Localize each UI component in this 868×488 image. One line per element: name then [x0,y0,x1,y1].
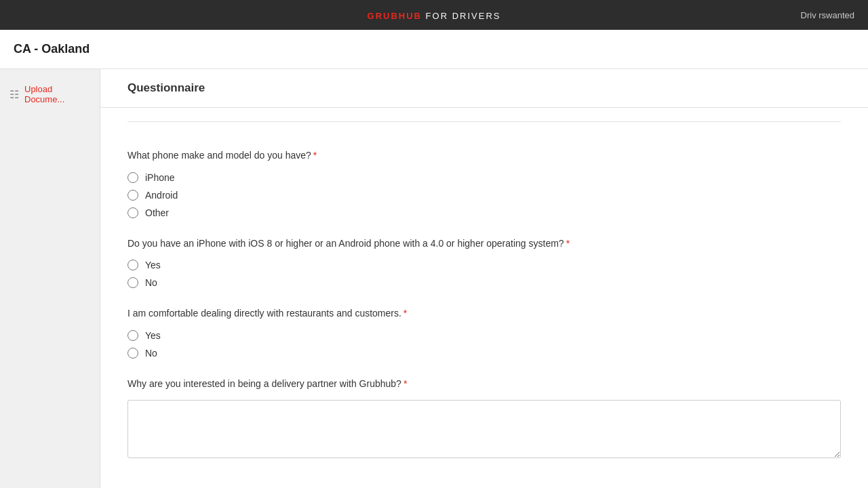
header-logo: GRUBHUB FOR DRIVERS [368,9,501,21]
radio-input-q2-no[interactable] [127,277,138,288]
radio-option-android[interactable]: Android [127,190,841,201]
radio-option-other[interactable]: Other [127,207,841,218]
required-indicator-1: * [313,150,317,161]
question-block-2: Do you have an iPhone with iOS 8 or high… [127,237,841,289]
page-title: CA - Oakland [14,42,854,56]
header: GRUBHUB FOR DRIVERS Driv rswanted [0,0,868,30]
question-label-2: Do you have an iPhone with iOS 8 or high… [127,237,841,251]
sidebar-item-label: Upload Docume... [24,84,90,104]
radio-option-iphone[interactable]: iPhone [127,172,841,183]
radio-input-android[interactable] [127,190,138,201]
page-title-bar: CA - Oakland [0,30,868,69]
radio-label-q3-no: No [145,348,157,359]
logo-brand: GRUBHUB [368,11,422,21]
question-block-1: What phone make and model do you have?* … [127,149,841,218]
question-block-4: Why are you interested in being a delive… [127,378,841,461]
question-block-3: I am comfortable dealing directly with r… [127,307,841,359]
required-indicator-3: * [403,308,407,319]
required-indicator-4: * [403,378,407,389]
main-content: Questionnaire What phone make and model … [100,69,868,488]
question-label-3: I am comfortable dealing directly with r… [127,307,841,321]
header-user: Driv rswanted [801,10,854,20]
radio-label-q2-no: No [145,277,157,288]
sidebar-item-upload-documents[interactable]: ☷ Upload Docume... [0,76,100,113]
question-label-1: What phone make and model do you have?* [127,149,841,163]
document-icon: ☷ [9,88,19,101]
logo-suffix: FOR DRIVERS [422,11,500,21]
radio-input-q2-yes[interactable] [127,260,138,270]
layout: ☷ Upload Docume... Questionnaire What ph… [0,69,868,488]
radio-option-q2-no[interactable]: No [127,277,841,288]
radio-label-android: Android [145,190,178,201]
required-indicator-2: * [566,238,570,249]
sidebar: ☷ Upload Docume... [0,69,100,488]
radio-option-q3-yes[interactable]: Yes [127,330,841,341]
radio-input-iphone[interactable] [127,172,138,183]
questionnaire-heading: Questionnaire [100,69,868,108]
radio-input-q3-no[interactable] [127,348,138,359]
radio-option-q3-no[interactable]: No [127,348,841,359]
radio-label-q2-yes: Yes [145,260,161,270]
section-divider [127,121,841,122]
question-label-4: Why are you interested in being a delive… [127,378,841,391]
radio-label-iphone: iPhone [145,172,175,183]
radio-option-q2-yes[interactable]: Yes [127,260,841,270]
radio-label-q3-yes: Yes [145,330,161,341]
radio-input-q3-yes[interactable] [127,330,138,341]
form-section: What phone make and model do you have?* … [100,136,868,460]
radio-label-other: Other [145,207,169,218]
delivery-interest-textarea[interactable] [127,400,841,458]
radio-input-other[interactable] [127,207,138,218]
